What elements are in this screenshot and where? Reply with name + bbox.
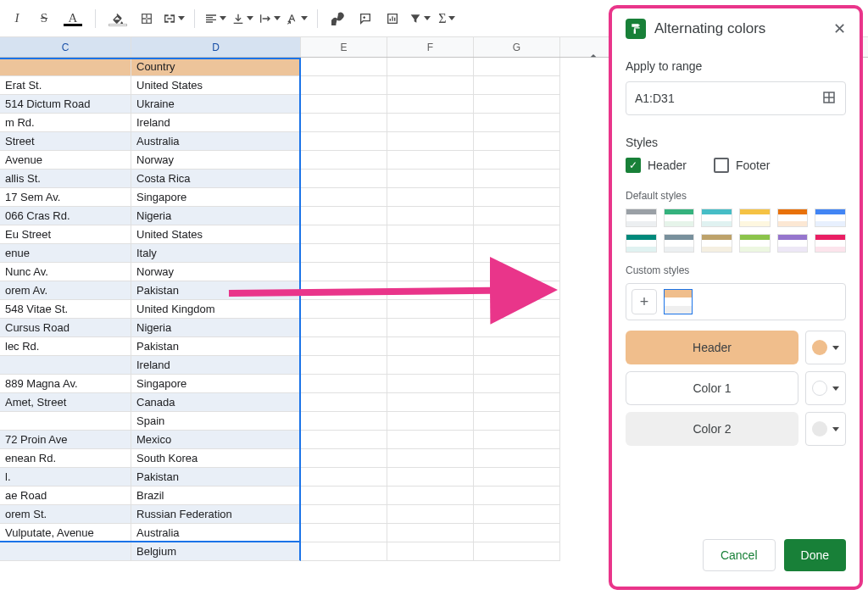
cell[interactable] (301, 300, 387, 319)
cell[interactable] (387, 151, 474, 170)
cell[interactable] (474, 244, 560, 263)
vertical-align-button[interactable] (231, 7, 254, 31)
fill-color-button[interactable] (104, 7, 131, 31)
cell[interactable]: Ukraine (131, 95, 301, 114)
cell[interactable] (301, 151, 387, 170)
cell[interactable] (301, 225, 387, 244)
cell[interactable] (474, 132, 560, 151)
style-swatch[interactable] (664, 234, 695, 253)
cell[interactable]: South Korea (131, 449, 301, 468)
italic-button[interactable]: I (5, 7, 29, 31)
cell[interactable] (387, 95, 474, 114)
cell[interactable]: 514 Dictum Road (0, 95, 131, 114)
cell[interactable] (301, 412, 387, 431)
cell[interactable] (474, 431, 560, 449)
cell[interactable] (474, 319, 560, 337)
cell[interactable] (387, 281, 474, 300)
cell[interactable] (474, 188, 560, 207)
cell[interactable] (387, 487, 474, 505)
custom-style-preview[interactable] (664, 289, 693, 314)
cell[interactable] (301, 58, 387, 76)
cell[interactable] (474, 225, 560, 244)
cell[interactable] (387, 505, 474, 524)
cell[interactable]: Vulputate, Avenue (0, 524, 131, 542)
cell[interactable] (474, 487, 560, 505)
cell[interactable] (301, 487, 387, 505)
cell[interactable]: Pakistan (131, 281, 301, 300)
cell[interactable] (301, 356, 387, 375)
cell[interactable]: Amet, Street (0, 393, 131, 412)
header-checkbox[interactable]: Header (626, 158, 687, 173)
col-header-f[interactable]: F (387, 37, 474, 57)
cell[interactable]: Ireland (131, 114, 301, 132)
cell[interactable]: Mexico (131, 431, 301, 449)
cell[interactable] (474, 207, 560, 225)
cell[interactable]: Spain (131, 412, 301, 431)
cell[interactable] (474, 95, 560, 114)
cell[interactable]: Pakistan (131, 337, 301, 356)
cell[interactable] (387, 300, 474, 319)
cell[interactable] (474, 300, 560, 319)
cell[interactable] (301, 188, 387, 207)
cell[interactable]: 548 Vitae St. (0, 300, 131, 319)
cell[interactable] (474, 393, 560, 412)
cell[interactable] (387, 207, 474, 225)
cell[interactable] (301, 207, 387, 225)
cell[interactable]: Canada (131, 393, 301, 412)
cell[interactable]: Avenue (0, 151, 131, 170)
cell[interactable] (474, 468, 560, 487)
cell[interactable]: allis St. (0, 170, 131, 188)
color-picker-button[interactable] (805, 371, 846, 405)
cell[interactable]: Pakistan (131, 468, 301, 487)
cell[interactable] (387, 244, 474, 263)
cell[interactable]: Australia (131, 132, 301, 151)
col-header-e[interactable]: E (301, 37, 387, 57)
cell[interactable] (387, 188, 474, 207)
cell[interactable]: Erat St. (0, 76, 131, 95)
cell[interactable] (387, 132, 474, 151)
cell[interactable] (387, 393, 474, 412)
horizontal-align-button[interactable] (203, 7, 227, 31)
insert-comment-button[interactable] (353, 7, 377, 31)
cell[interactable] (301, 319, 387, 337)
cell[interactable] (301, 281, 387, 300)
style-swatch[interactable] (777, 234, 809, 253)
cell[interactable] (474, 114, 560, 132)
cell[interactable] (387, 263, 474, 281)
cell[interactable] (0, 412, 131, 431)
cell[interactable] (301, 244, 387, 263)
cell[interactable] (0, 542, 131, 561)
style-swatch[interactable] (815, 209, 846, 227)
cell[interactable] (387, 225, 474, 244)
col-header-g[interactable]: G (474, 37, 560, 57)
col-header-c[interactable]: C (0, 37, 131, 57)
text-wrap-button[interactable] (258, 7, 281, 31)
cell[interactable] (301, 542, 387, 561)
select-range-icon[interactable] (821, 90, 837, 108)
style-swatch[interactable] (815, 234, 846, 253)
col-header-d[interactable]: D (131, 37, 301, 57)
functions-button[interactable]: Σ (435, 7, 459, 31)
cell[interactable]: m Rd. (0, 114, 131, 132)
cell[interactable] (387, 468, 474, 487)
cell[interactable]: Singapore (131, 188, 301, 207)
filter-button[interactable] (408, 7, 431, 31)
cell[interactable]: Singapore (131, 375, 301, 393)
cell[interactable] (474, 449, 560, 468)
cell[interactable] (301, 95, 387, 114)
cell[interactable] (301, 524, 387, 542)
cell[interactable]: United States (131, 225, 301, 244)
cell[interactable] (301, 505, 387, 524)
borders-button[interactable] (135, 7, 159, 31)
cell[interactable]: Belgium (131, 542, 301, 561)
cell[interactable]: Country (131, 58, 301, 76)
style-swatch[interactable] (777, 209, 809, 227)
cell[interactable] (301, 449, 387, 468)
cell[interactable] (301, 431, 387, 449)
merge-cells-button[interactable] (162, 7, 186, 31)
cancel-button[interactable]: Cancel (703, 539, 776, 571)
cell[interactable] (301, 114, 387, 132)
cell[interactable]: 889 Magna Av. (0, 375, 131, 393)
style-swatch[interactable] (701, 234, 732, 253)
cell[interactable]: Norway (131, 151, 301, 170)
